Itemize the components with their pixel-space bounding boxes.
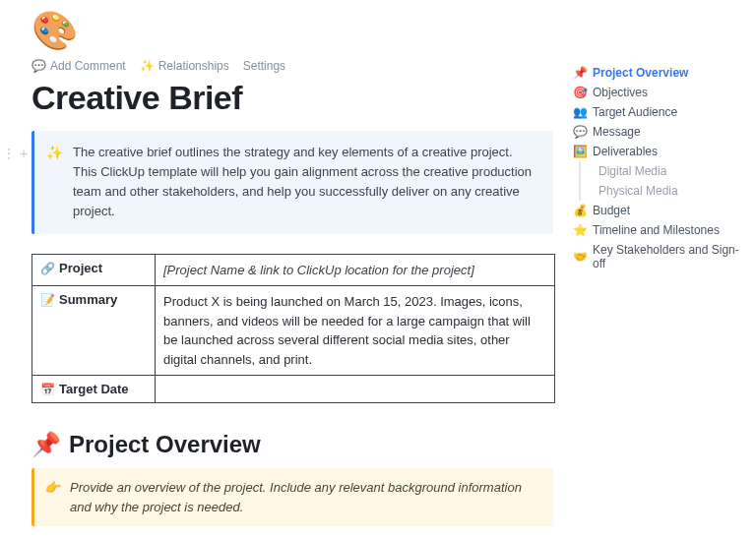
nav-item-target-audience[interactable]: 👥Target Audience	[573, 102, 750, 122]
relationships-button[interactable]: ✨Relationships	[140, 59, 229, 73]
target-value-cell[interactable]	[156, 376, 555, 403]
nav-item-objectives[interactable]: 🎯Objectives	[573, 83, 750, 102]
table-row: 🔗Project [Project Name & link to ClickUp…	[32, 254, 555, 286]
doc-toolbar: 💬Add Comment ✨Relationships Settings	[32, 59, 557, 73]
comment-icon: 💬	[32, 59, 46, 73]
nav-item-budget[interactable]: 💰Budget	[573, 201, 750, 220]
nav-icon: ⭐	[573, 223, 587, 237]
document-main: 🎨 💬Add Comment ✨Relationships Settings C…	[28, 12, 557, 538]
link-icon: 🔗	[40, 262, 55, 275]
nav-label: Message	[593, 125, 641, 139]
settings-label: Settings	[243, 59, 285, 73]
intro-callout: ✨ The creative brief outlines the strate…	[32, 131, 553, 234]
nav-icon: 💬	[573, 125, 587, 139]
callout-text: The creative brief outlines the strategy…	[73, 143, 537, 222]
nav-item-key-stakeholders-and-sign-off[interactable]: 🤝Key Stakeholders and Sign-off	[573, 240, 750, 273]
nav-icon: 🖼️	[573, 145, 587, 158]
table-row: 📝Summary Product X is being launched on …	[32, 286, 555, 376]
pointer-icon: 👉	[44, 478, 60, 516]
relationships-label: Relationships	[158, 59, 229, 73]
table-row: 📅Target Date	[32, 376, 555, 403]
nav-label: Deliverables	[593, 145, 658, 158]
section-title: Project Overview	[69, 431, 261, 458]
nav-label: Target Audience	[593, 105, 677, 119]
outline-sidebar: 📌Project Overview🎯Objectives👥Target Audi…	[573, 63, 750, 273]
add-block-gutter[interactable]: ⋮ +	[2, 146, 28, 161]
tip-text: Provide an overview of the project. Incl…	[70, 478, 539, 516]
section-heading: 📌Project Overview	[32, 431, 557, 458]
nav-icon: 👥	[573, 105, 587, 119]
nav-label: Digital Media	[598, 164, 666, 178]
doc-icon-emoji[interactable]: 🎨	[32, 12, 557, 49]
nav-label: Timeline and Milestones	[593, 223, 720, 237]
nav-item-project-overview[interactable]: 📌Project Overview	[573, 63, 750, 83]
project-value-cell[interactable]: [Project Name & link to ClickUp location…	[156, 254, 555, 286]
nav-icon: 📌	[573, 66, 587, 80]
pushpin-icon: 📌	[32, 431, 61, 458]
summary-label-cell: 📝Summary	[32, 286, 156, 376]
nav-item-digital-media[interactable]: Digital Media	[579, 161, 750, 181]
nav-icon: 💰	[573, 204, 587, 217]
wand-icon: ✨	[140, 59, 155, 73]
sparkle-icon: ✨	[46, 143, 63, 222]
nav-label: Key Stakeholders and Sign-off	[593, 243, 750, 270]
nav-label: Project Overview	[593, 66, 688, 80]
summary-value-cell[interactable]: Product X is being launched on March 15,…	[156, 286, 555, 376]
add-comment-label: Add Comment	[50, 59, 126, 73]
target-label-cell: 📅Target Date	[32, 376, 156, 403]
calendar-icon: 📅	[40, 383, 55, 396]
nav-item-timeline-and-milestones[interactable]: ⭐Timeline and Milestones	[573, 220, 750, 240]
memo-icon: 📝	[40, 293, 55, 307]
nav-item-message[interactable]: 💬Message	[573, 122, 750, 142]
project-label-cell: 🔗Project	[32, 254, 156, 286]
page-title: Creative Brief	[32, 79, 557, 117]
nav-label: Budget	[593, 204, 630, 217]
settings-button[interactable]: Settings	[243, 59, 285, 73]
section-tip: 👉 Provide an overview of the project. In…	[32, 468, 553, 526]
project-info-table: 🔗Project [Project Name & link to ClickUp…	[32, 254, 555, 404]
nav-item-physical-media[interactable]: Physical Media	[579, 181, 750, 201]
nav-item-deliverables[interactable]: 🖼️Deliverables	[573, 142, 750, 161]
nav-label: Objectives	[593, 86, 648, 99]
nav-label: Physical Media	[598, 184, 678, 198]
nav-icon: 🤝	[573, 250, 587, 264]
nav-icon: 🎯	[573, 86, 587, 99]
add-comment-button[interactable]: 💬Add Comment	[32, 59, 126, 73]
